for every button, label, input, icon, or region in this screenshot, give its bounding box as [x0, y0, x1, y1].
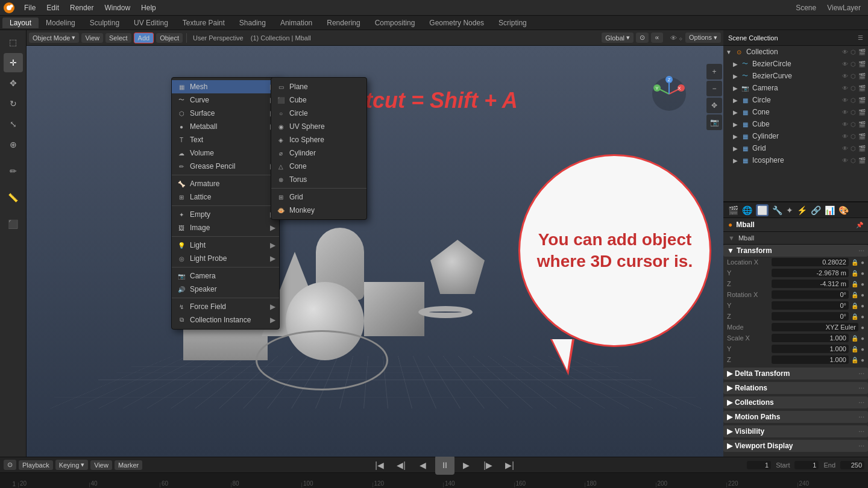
visibility-header[interactable]: ▶ Visibility ⋯ — [723, 425, 868, 437]
timeline-view-btn[interactable]: View — [90, 460, 112, 470]
tab-geometry-nodes[interactable]: Geometry Nodes — [422, 17, 491, 28]
props-constraints-icon[interactable]: 🔗 — [811, 205, 821, 215]
3d-viewport[interactable]: Object Mode ▾ View Select Add Object Use… — [27, 30, 723, 457]
menu-render[interactable]: Render — [65, 2, 98, 13]
tree-icosphere[interactable]: ▶ ▦ Icosphere 👁 ⬡ 🎬 — [723, 154, 868, 166]
rot-z-anim[interactable]: ● — [861, 313, 864, 320]
menu-image[interactable]: 🖼 Image ▶ — [172, 221, 279, 234]
playback-btn[interactable]: Playback — [19, 460, 53, 470]
cube-ren[interactable]: 🎬 — [858, 121, 866, 128]
jump-start[interactable]: |◀ — [370, 455, 389, 475]
menu-empty[interactable]: ✦ Empty ▶ — [172, 208, 279, 221]
toolbar-measure[interactable]: 📏 — [4, 188, 23, 207]
add-menu-btn[interactable]: Add — [134, 33, 154, 43]
tree-ren-1[interactable]: 🎬 — [858, 49, 866, 55]
tree-cube[interactable]: ▶ ▦ Cube 👁 ⬡ 🎬 — [723, 118, 868, 130]
scale-y-lock[interactable]: 🔒 — [851, 346, 858, 352]
tree-cylinder[interactable]: ▶ ▦ Cylinder 👁 ⬡ 🎬 — [723, 130, 868, 142]
menu-text[interactable]: T Text — [172, 133, 279, 146]
loc-z-anim[interactable]: ● — [861, 281, 864, 287]
menu-file[interactable]: File — [19, 2, 40, 13]
transform-options[interactable]: ⋯ — [858, 248, 864, 254]
rot-x-anim[interactable]: ● — [861, 292, 864, 298]
cone-vis[interactable]: 👁 — [842, 109, 848, 116]
tab-compositing[interactable]: Compositing — [368, 17, 423, 28]
props-particles-icon[interactable]: ✦ — [786, 205, 793, 215]
rot-y-lock[interactable]: 🔒 — [851, 302, 858, 309]
select-menu[interactable]: Select — [105, 33, 131, 43]
marker-btn[interactable]: Marker — [115, 460, 142, 470]
tree-bezier-circle[interactable]: ▶ 〜 BezierCircle 👁 ⬡ 🎬 — [723, 58, 868, 70]
mesh-cylinder[interactable]: ⌀ Cylinder — [271, 146, 366, 160]
cyl-ren[interactable]: 🎬 — [858, 133, 866, 140]
scale-y-value[interactable]: 1.000 — [772, 345, 849, 353]
play-forward[interactable]: ▶ — [457, 455, 476, 475]
rot-z-lock[interactable]: 🔒 — [851, 313, 858, 320]
rot-y-anim[interactable]: ● — [861, 302, 864, 309]
menu-grease-pencil[interactable]: ✏ Grease Pencil ▶ — [172, 160, 279, 173]
vp-display-header[interactable]: ▶ Viewport Display ⋯ — [723, 440, 868, 452]
toolbar-select-box[interactable]: ⬚ — [4, 33, 23, 52]
vr-camera[interactable]: 📷 — [706, 114, 722, 130]
outliner-filter[interactable]: ☰ — [858, 34, 863, 41]
relations-options[interactable]: ⋯ — [858, 385, 864, 392]
menu-camera[interactable]: 📷 Camera — [172, 269, 279, 283]
vis-options[interactable]: ⋯ — [858, 428, 864, 435]
play-stop[interactable]: ⏸ — [435, 455, 454, 475]
step-back[interactable]: ◀| — [392, 455, 411, 475]
tab-uv-editing[interactable]: UV Editing — [127, 17, 175, 28]
vr-zoom-in[interactable]: + — [706, 64, 722, 80]
mesh-circle[interactable]: ○ Circle — [271, 107, 366, 120]
circ-ren[interactable]: 🎬 — [858, 97, 866, 104]
add-menu[interactable]: ▦ Mesh ▶ 〜 Curve ▶ ⬡ Surface ▶ — [171, 77, 280, 330]
cone-sel[interactable]: ⬡ — [851, 109, 856, 116]
cam-sel[interactable]: ⬡ — [851, 85, 856, 92]
pin-icon[interactable]: 📌 — [856, 222, 863, 228]
relations-header[interactable]: ▶ Relations ⋯ — [723, 382, 868, 394]
loc-z-lock[interactable]: 🔒 — [851, 281, 858, 287]
collections-header[interactable]: ▶ Collections ⋯ — [723, 396, 868, 408]
tree-grid[interactable]: ▶ ▦ Grid 👁 ⬡ 🎬 — [723, 142, 868, 154]
tree-sel-1[interactable]: ⬡ — [851, 49, 856, 55]
vpd-options[interactable]: ⋯ — [858, 443, 864, 449]
keying-btn[interactable]: Keying ▾ — [55, 460, 89, 470]
toolbar-move[interactable]: ✥ — [4, 74, 23, 93]
menu-window[interactable]: Window — [99, 2, 135, 13]
mesh-cone[interactable]: △ Cone — [271, 160, 366, 173]
cam-vis[interactable]: 👁 — [842, 85, 848, 92]
scale-z-lock[interactable]: 🔒 — [851, 357, 858, 363]
menu-mesh[interactable]: ▦ Mesh ▶ — [172, 80, 279, 93]
props-object-icon[interactable]: ⬜ — [756, 204, 769, 216]
mesh-plane[interactable]: ▭ Plane — [271, 80, 366, 93]
mesh-submenu[interactable]: ▭ Plane ⬛ Cube ○ Circle ◉ UV Sphere — [271, 77, 367, 220]
tab-layout[interactable]: Layout — [2, 17, 39, 28]
loc-y-lock[interactable]: 🔒 — [851, 270, 858, 277]
tab-rendering[interactable]: Rendering — [319, 17, 367, 28]
bc-vis[interactable]: 👁 — [842, 61, 848, 67]
menu-light-probe[interactable]: ◎ Light Probe ▶ — [172, 252, 279, 265]
delta-options[interactable]: ⋯ — [858, 371, 864, 377]
menu-armature[interactable]: 🦴 Armature — [172, 177, 279, 190]
view-menu[interactable]: View — [81, 33, 103, 43]
menu-surface[interactable]: ⬡ Surface ▶ — [172, 107, 279, 120]
scale-x-anim[interactable]: ● — [861, 335, 864, 342]
menu-help[interactable]: Help — [136, 2, 161, 13]
menu-lattice[interactable]: ⊞ Lattice — [172, 190, 279, 204]
data-dropdown[interactable]: ▼ — [728, 234, 735, 242]
loc-y-value[interactable]: -2.9678 m — [772, 269, 849, 277]
vr-pan[interactable]: ✥ — [706, 98, 722, 113]
loc-x-lock[interactable]: 🔒 — [851, 259, 858, 266]
bcv-vis[interactable]: 👁 — [842, 73, 848, 80]
cone-ren[interactable]: 🎬 — [858, 109, 866, 116]
timeline-ruler[interactable]: 1 20 40 60 80 100 120 140 160 180 200 22… — [0, 473, 868, 488]
timeline-dropdown[interactable]: ⊙ — [4, 460, 16, 470]
circ-vis[interactable]: 👁 — [842, 97, 848, 104]
mesh-cube[interactable]: ⬛ Cube — [271, 93, 366, 107]
play-back[interactable]: ◀ — [414, 455, 433, 475]
tree-bezier-curve[interactable]: ▶ 〜 BezierCurve 👁 ⬡ 🎬 — [723, 70, 868, 82]
props-world-icon[interactable]: 🌐 — [742, 205, 752, 215]
tree-vis-1[interactable]: 👁 — [842, 49, 848, 55]
cam-ren[interactable]: 🎬 — [858, 85, 866, 92]
grid-vis[interactable]: 👁 — [842, 145, 848, 152]
bcv-sel[interactable]: ⬡ — [851, 73, 856, 80]
